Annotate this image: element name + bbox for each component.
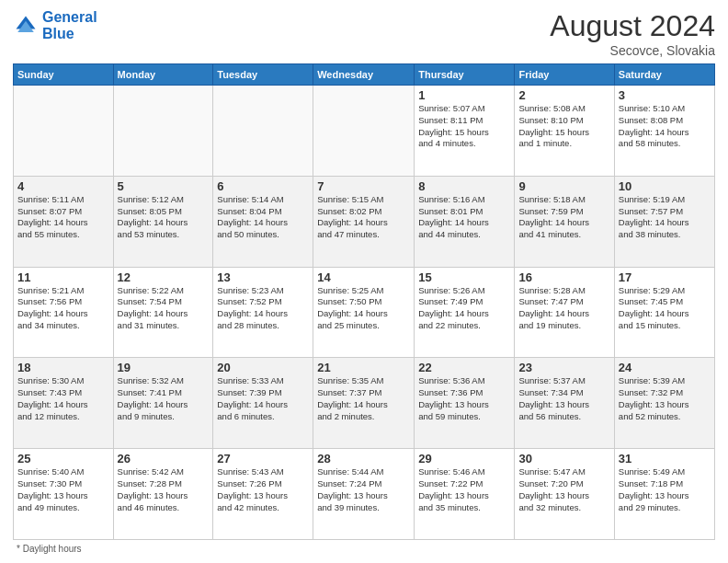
calendar-cell: 5Sunrise: 5:12 AM Sunset: 8:05 PM Daylig…: [113, 176, 213, 267]
logo-icon: [13, 13, 39, 39]
title-block: August 2024 Secovce, Slovakia: [550, 9, 715, 58]
day-info: Sunrise: 5:36 AM Sunset: 7:36 PM Dayligh…: [418, 375, 510, 422]
calendar-cell: 19Sunrise: 5:32 AM Sunset: 7:41 PM Dayli…: [113, 358, 213, 449]
week-row: 18Sunrise: 5:30 AM Sunset: 7:43 PM Dayli…: [14, 358, 715, 449]
location: Secovce, Slovakia: [550, 43, 715, 58]
calendar-cell: 23Sunrise: 5:37 AM Sunset: 7:34 PM Dayli…: [515, 358, 614, 449]
calendar-cell: 27Sunrise: 5:43 AM Sunset: 7:26 PM Dayli…: [213, 449, 313, 540]
day-number: 13: [217, 270, 309, 284]
calendar-cell: 18Sunrise: 5:30 AM Sunset: 7:43 PM Dayli…: [14, 358, 114, 449]
logo-general: General: [42, 9, 97, 25]
day-info: Sunrise: 5:07 AM Sunset: 8:11 PM Dayligh…: [418, 103, 510, 150]
week-row: 25Sunrise: 5:40 AM Sunset: 7:30 PM Dayli…: [14, 449, 715, 540]
day-info: Sunrise: 5:22 AM Sunset: 7:54 PM Dayligh…: [118, 285, 210, 332]
daylight-note: * Daylight hours: [17, 544, 82, 554]
calendar-cell: 17Sunrise: 5:29 AM Sunset: 7:45 PM Dayli…: [614, 267, 714, 358]
month-year: August 2024: [550, 9, 715, 43]
calendar-cell: 10Sunrise: 5:19 AM Sunset: 7:57 PM Dayli…: [614, 176, 714, 267]
day-number: 3: [619, 88, 711, 102]
day-number: 30: [518, 452, 609, 465]
calendar-cell: 26Sunrise: 5:42 AM Sunset: 7:28 PM Dayli…: [113, 449, 213, 540]
calendar-cell: 30Sunrise: 5:47 AM Sunset: 7:20 PM Dayli…: [515, 449, 614, 540]
day-number: 14: [317, 270, 410, 284]
logo-text: General Blue: [42, 9, 97, 41]
day-number: 6: [217, 179, 309, 193]
day-info: Sunrise: 5:15 AM Sunset: 8:02 PM Dayligh…: [317, 194, 410, 241]
week-row: 4Sunrise: 5:11 AM Sunset: 8:07 PM Daylig…: [14, 176, 715, 267]
calendar-cell: [213, 86, 313, 177]
calendar-cell: 2Sunrise: 5:08 AM Sunset: 8:10 PM Daylig…: [515, 86, 614, 177]
calendar: SundayMondayTuesdayWednesdayThursdayFrid…: [13, 63, 715, 540]
day-number: 20: [217, 361, 309, 374]
day-number: 21: [317, 361, 410, 374]
day-number: 4: [17, 179, 109, 193]
day-info: Sunrise: 5:08 AM Sunset: 8:10 PM Dayligh…: [518, 103, 609, 150]
logo-blue: Blue: [42, 26, 74, 41]
day-headers-row: SundayMondayTuesdayWednesdayThursdayFrid…: [14, 64, 715, 86]
day-info: Sunrise: 5:29 AM Sunset: 7:45 PM Dayligh…: [619, 285, 711, 332]
calendar-cell: 20Sunrise: 5:33 AM Sunset: 7:39 PM Dayli…: [213, 358, 313, 449]
day-info: Sunrise: 5:49 AM Sunset: 7:18 PM Dayligh…: [619, 466, 711, 513]
page: General Blue August 2024 Secovce, Slovak…: [0, 0, 728, 563]
day-info: Sunrise: 5:11 AM Sunset: 8:07 PM Dayligh…: [17, 194, 109, 241]
calendar-cell: 28Sunrise: 5:44 AM Sunset: 7:24 PM Dayli…: [313, 449, 415, 540]
calendar-cell: 3Sunrise: 5:10 AM Sunset: 8:08 PM Daylig…: [614, 86, 714, 177]
day-info: Sunrise: 5:14 AM Sunset: 8:04 PM Dayligh…: [217, 194, 309, 241]
calendar-cell: [313, 86, 415, 177]
calendar-cell: [14, 86, 114, 177]
day-header-sunday: Sunday: [14, 64, 114, 86]
day-info: Sunrise: 5:47 AM Sunset: 7:20 PM Dayligh…: [518, 466, 609, 513]
calendar-cell: 15Sunrise: 5:26 AM Sunset: 7:49 PM Dayli…: [415, 267, 515, 358]
week-row: 1Sunrise: 5:07 AM Sunset: 8:11 PM Daylig…: [14, 86, 715, 177]
day-number: 17: [619, 270, 711, 284]
day-number: 7: [317, 179, 410, 193]
day-header-wednesday: Wednesday: [313, 64, 415, 86]
calendar-cell: 1Sunrise: 5:07 AM Sunset: 8:11 PM Daylig…: [415, 86, 515, 177]
day-info: Sunrise: 5:12 AM Sunset: 8:05 PM Dayligh…: [118, 194, 210, 241]
calendar-header: SundayMondayTuesdayWednesdayThursdayFrid…: [14, 64, 715, 86]
day-number: 22: [418, 361, 510, 374]
calendar-cell: 22Sunrise: 5:36 AM Sunset: 7:36 PM Dayli…: [415, 358, 515, 449]
day-number: 8: [418, 179, 510, 193]
day-number: 1: [418, 88, 510, 102]
day-info: Sunrise: 5:35 AM Sunset: 7:37 PM Dayligh…: [317, 375, 410, 422]
day-info: Sunrise: 5:23 AM Sunset: 7:52 PM Dayligh…: [217, 285, 309, 332]
day-info: Sunrise: 5:40 AM Sunset: 7:30 PM Dayligh…: [17, 466, 109, 513]
day-number: 26: [118, 452, 210, 465]
footer-note: * Daylight hours: [13, 544, 715, 554]
calendar-cell: 31Sunrise: 5:49 AM Sunset: 7:18 PM Dayli…: [614, 449, 714, 540]
day-number: 23: [518, 361, 609, 374]
day-info: Sunrise: 5:32 AM Sunset: 7:41 PM Dayligh…: [118, 375, 210, 422]
day-info: Sunrise: 5:18 AM Sunset: 7:59 PM Dayligh…: [518, 194, 609, 241]
day-number: 27: [217, 452, 309, 465]
calendar-cell: 24Sunrise: 5:39 AM Sunset: 7:32 PM Dayli…: [614, 358, 714, 449]
day-number: 10: [619, 179, 711, 193]
calendar-cell: 7Sunrise: 5:15 AM Sunset: 8:02 PM Daylig…: [313, 176, 415, 267]
calendar-cell: 8Sunrise: 5:16 AM Sunset: 8:01 PM Daylig…: [415, 176, 515, 267]
day-info: Sunrise: 5:44 AM Sunset: 7:24 PM Dayligh…: [317, 466, 410, 513]
calendar-cell: 6Sunrise: 5:14 AM Sunset: 8:04 PM Daylig…: [213, 176, 313, 267]
day-header-friday: Friday: [515, 64, 614, 86]
day-number: 9: [518, 179, 609, 193]
day-header-monday: Monday: [113, 64, 213, 86]
day-info: Sunrise: 5:39 AM Sunset: 7:32 PM Dayligh…: [619, 375, 711, 422]
day-number: 5: [118, 179, 210, 193]
day-number: 18: [17, 361, 109, 374]
logo: General Blue: [13, 9, 97, 41]
calendar-cell: 4Sunrise: 5:11 AM Sunset: 8:07 PM Daylig…: [14, 176, 114, 267]
calendar-cell: 12Sunrise: 5:22 AM Sunset: 7:54 PM Dayli…: [113, 267, 213, 358]
day-info: Sunrise: 5:19 AM Sunset: 7:57 PM Dayligh…: [619, 194, 711, 241]
calendar-body: 1Sunrise: 5:07 AM Sunset: 8:11 PM Daylig…: [14, 86, 715, 540]
calendar-cell: 11Sunrise: 5:21 AM Sunset: 7:56 PM Dayli…: [14, 267, 114, 358]
day-number: 16: [518, 270, 609, 284]
day-info: Sunrise: 5:26 AM Sunset: 7:49 PM Dayligh…: [418, 285, 510, 332]
day-info: Sunrise: 5:33 AM Sunset: 7:39 PM Dayligh…: [217, 375, 309, 422]
day-number: 12: [118, 270, 210, 284]
day-info: Sunrise: 5:16 AM Sunset: 8:01 PM Dayligh…: [418, 194, 510, 241]
day-header-saturday: Saturday: [614, 64, 714, 86]
day-info: Sunrise: 5:43 AM Sunset: 7:26 PM Dayligh…: [217, 466, 309, 513]
calendar-cell: 21Sunrise: 5:35 AM Sunset: 7:37 PM Dayli…: [313, 358, 415, 449]
calendar-cell: 16Sunrise: 5:28 AM Sunset: 7:47 PM Dayli…: [515, 267, 614, 358]
day-header-tuesday: Tuesday: [213, 64, 313, 86]
calendar-cell: 25Sunrise: 5:40 AM Sunset: 7:30 PM Dayli…: [14, 449, 114, 540]
